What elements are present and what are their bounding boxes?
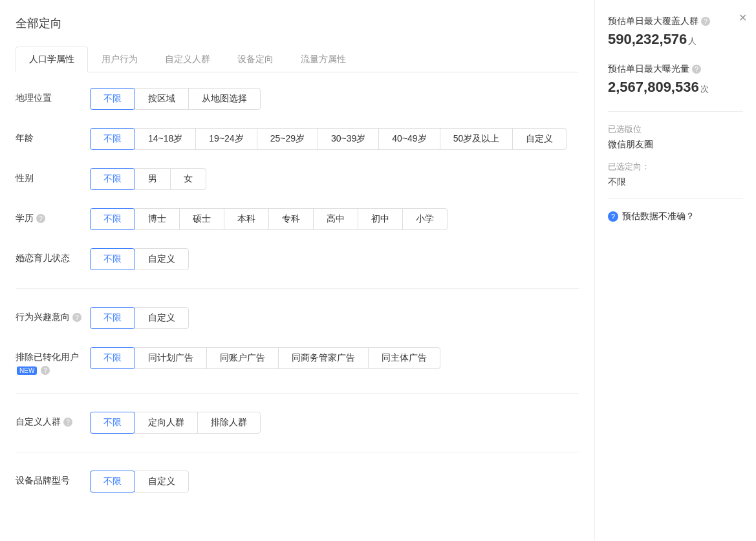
label-education: 学历 ? [16,208,90,224]
row-gender: 性别 不限 男 女 [16,168,579,190]
option-age-30-39[interactable]: 30~39岁 [318,128,379,150]
section-divider [16,452,579,452]
option-device-custom[interactable]: 自定义 [135,471,189,493]
section-divider [16,288,579,289]
option-location-map[interactable]: 从地图选择 [188,88,261,110]
label-education-text: 学历 [16,213,34,224]
option-age-custom[interactable]: 自定义 [512,128,567,150]
option-age-50plus[interactable]: 50岁及以上 [440,128,513,150]
option-age-unlimited[interactable]: 不限 [90,128,135,150]
help-icon[interactable]: ? [72,313,81,322]
tab-demographics[interactable]: 人口学属性 [16,47,88,72]
label-device: 设备品牌型号 [16,471,90,487]
label-interest: 行为兴趣意向 ? [16,307,90,323]
close-icon: ✕ [739,12,747,23]
row-custom: 自定义人群 ? 不限 定向人群 排除人群 [16,412,579,434]
row-age: 年龄 不限 14~18岁 19~24岁 25~29岁 30~39岁 40~49岁… [16,128,579,150]
option-education-middleschool[interactable]: 初中 [358,208,403,230]
feedback-text: 预估数据不准确？ [622,211,695,222]
option-custom-exclude[interactable]: 排除人群 [197,412,261,434]
option-exclude-same-entity[interactable]: 同主体广告 [368,347,440,369]
options-gender: 不限 男 女 [90,168,206,190]
tab-behavior[interactable]: 用户行为 [88,47,151,72]
option-device-unlimited[interactable]: 不限 [90,471,135,493]
option-marriage-custom[interactable]: 自定义 [135,248,189,270]
option-gender-female[interactable]: 女 [170,168,206,190]
row-location: 地理位置 不限 按区域 从地图选择 [16,88,579,110]
option-exclude-same-business[interactable]: 同商务管家广告 [278,347,369,369]
help-icon[interactable]: ? [63,418,72,427]
option-education-bachelor[interactable]: 本科 [224,208,269,230]
option-exclude-same-account[interactable]: 同账户广告 [206,347,279,369]
options-location: 不限 按区域 从地图选择 [90,88,261,110]
label-exclude-text: 排除已转化用户 [16,352,79,363]
options-marriage: 不限 自定义 [90,248,189,270]
help-icon[interactable]: ? [41,366,50,375]
label-custom-text: 自定义人群 [16,416,61,428]
page-title: 全部定向 [16,16,579,31]
targeting-value: 不限 [608,176,743,188]
option-interest-unlimited[interactable]: 不限 [90,307,135,329]
option-education-associate[interactable]: 专科 [268,208,314,230]
option-exclude-unlimited[interactable]: 不限 [90,347,135,369]
new-badge: NEW [17,366,37,375]
metric-exposure-label: 预估单日最大曝光量 ? [608,63,743,75]
option-gender-unlimited[interactable]: 不限 [90,168,135,190]
label-custom: 自定义人群 ? [16,412,90,428]
feedback-link[interactable]: ? 预估数据不准确？ [608,211,743,222]
close-button[interactable]: ✕ [739,12,747,24]
placement-value: 微信朋友圈 [608,139,743,151]
options-device: 不限 自定义 [90,471,189,493]
options-education: 不限 博士 硕士 本科 专科 高中 初中 小学 [90,208,448,230]
side-panel: ✕ 预估单日最大覆盖人群 ? 590,232,576人 预估单日最大曝光量 ? … [594,0,756,541]
row-marriage: 婚恋育儿状态 不限 自定义 [16,248,579,270]
metric-reach-label: 预估单日最大覆盖人群 ? [608,16,743,27]
side-divider [608,198,743,199]
option-age-14-18[interactable]: 14~18岁 [135,128,196,150]
help-icon[interactable]: ? [36,214,45,223]
tab-traffic-attributes[interactable]: 流量方属性 [287,47,360,72]
option-marriage-unlimited[interactable]: 不限 [90,248,135,270]
option-education-unlimited[interactable]: 不限 [90,208,135,230]
label-location: 地理位置 [16,88,90,104]
metric-exposure-number: 2,567,809,536 [608,79,699,95]
label-exclude: 排除已转化用户 NEW ? [16,347,90,375]
option-education-highschool[interactable]: 高中 [313,208,358,230]
metric-reach-number: 590,232,576 [608,31,687,47]
tab-device-targeting[interactable]: 设备定向 [224,47,287,72]
option-interest-custom[interactable]: 自定义 [135,307,189,329]
help-icon[interactable]: ? [701,17,710,26]
placement-label: 已选版位 [608,123,743,135]
options-interest: 不限 自定义 [90,307,189,329]
metric-exposure-value: 2,567,809,536次 [608,79,743,96]
metric-exposure-label-text: 预估单日最大曝光量 [608,63,689,75]
row-education: 学历 ? 不限 博士 硕士 本科 专科 高中 初中 小学 [16,208,579,230]
option-education-master[interactable]: 硕士 [179,208,224,230]
label-interest-text: 行为兴趣意向 [16,312,70,323]
option-education-primary[interactable]: 小学 [402,208,448,230]
options-custom: 不限 定向人群 排除人群 [90,412,261,434]
help-icon[interactable]: ? [692,65,701,74]
row-interest: 行为兴趣意向 ? 不限 自定义 [16,307,579,329]
option-exclude-same-plan[interactable]: 同计划广告 [135,347,207,369]
option-custom-unlimited[interactable]: 不限 [90,412,135,434]
metric-reach-unit: 人 [688,36,697,46]
option-age-25-29[interactable]: 25~29岁 [257,128,318,150]
option-gender-male[interactable]: 男 [135,168,171,190]
option-age-19-24[interactable]: 19~24岁 [195,128,257,150]
section-divider [16,393,579,394]
options-age: 不限 14~18岁 19~24岁 25~29岁 30~39岁 40~49岁 50… [90,128,567,150]
option-age-40-49[interactable]: 40~49岁 [378,128,440,150]
option-education-phd[interactable]: 博士 [135,208,180,230]
targeting-label: 已选定向： [608,161,743,173]
main-panel: 全部定向 人口学属性 用户行为 自定义人群 设备定向 流量方属性 地理位置 不限… [0,0,594,541]
options-exclude: 不限 同计划广告 同账户广告 同商务管家广告 同主体广告 [90,347,440,369]
tabs: 人口学属性 用户行为 自定义人群 设备定向 流量方属性 [16,47,579,72]
option-custom-include[interactable]: 定向人群 [135,412,198,434]
side-divider [608,111,743,112]
label-age: 年龄 [16,128,90,144]
option-location-unlimited[interactable]: 不限 [90,88,135,110]
tab-custom-audience[interactable]: 自定义人群 [151,47,224,72]
option-location-region[interactable]: 按区域 [135,88,189,110]
metric-reach-value: 590,232,576人 [608,31,743,48]
